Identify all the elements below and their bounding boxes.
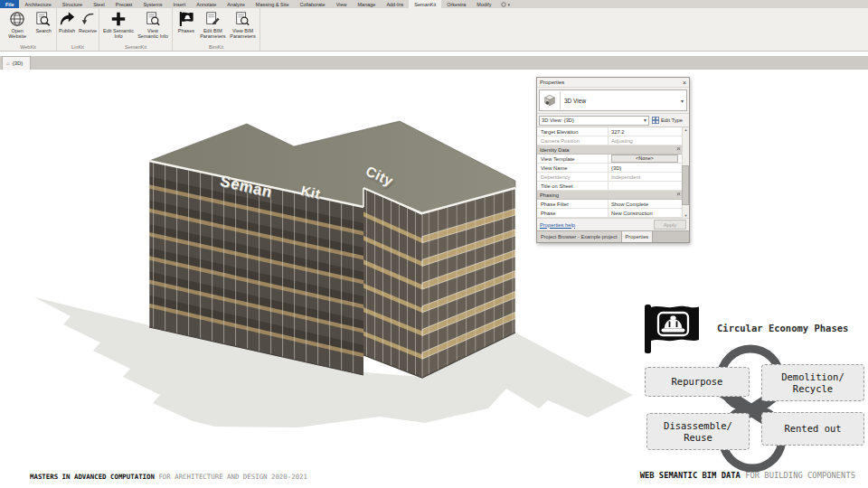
- footer-right-text: WEB SEMANTIC BIM DATA FOR BUILDING COMPO…: [640, 471, 855, 480]
- apply-button[interactable]: Apply: [654, 220, 686, 230]
- footer-right-bold: WEB SEMANTIC BIM DATA: [640, 471, 741, 480]
- view-tab-label: {3D}: [13, 61, 24, 66]
- menu-tab-precast[interactable]: Precast: [110, 0, 138, 8]
- right-sw-mullions: [363, 188, 422, 378]
- menu-tab-systems[interactable]: Systems: [137, 0, 167, 8]
- footer-left-text: MASTERS IN ADVANCED COMPUTATION FOR ARCH…: [30, 473, 307, 481]
- type-selector-box: 3D View ▾: [539, 89, 687, 111]
- flag-icon: [178, 11, 194, 27]
- phase-label: Reuse: [684, 432, 712, 443]
- scrollbar-thumb[interactable]: [682, 165, 689, 205]
- view-semantic-info-button[interactable]: View Semantic Info: [136, 10, 170, 41]
- param-name: Dependency: [537, 174, 608, 180]
- open-website-button[interactable]: Open Website: [2, 10, 33, 41]
- properties-palette: Properties × 3D View ▾ 3D View: {3D} ▾: [536, 77, 690, 243]
- param-value[interactable]: {3D}: [608, 164, 682, 172]
- menu-tab-file[interactable]: File: [0, 0, 19, 8]
- tab-properties[interactable]: Properties: [622, 231, 654, 242]
- menu-tab-semankit[interactable]: SemanKit: [409, 0, 441, 8]
- menu-tab-structure[interactable]: Structure: [57, 0, 88, 8]
- scroll-down-icon[interactable]: ▼: [684, 213, 688, 218]
- edit-type-label: Edit Type: [661, 117, 683, 123]
- button-label: Edit BIM Parameters: [200, 28, 226, 40]
- ribbon-group-semankit: Edit Semantic Info View Semantic Info Se…: [99, 8, 173, 51]
- view-bim-parameters-button[interactable]: View BIM Parameters: [228, 10, 258, 41]
- button-label: Open Website: [4, 28, 31, 40]
- menu-tab-massing-site[interactable]: Massing & Site: [250, 0, 295, 8]
- receive-button[interactable]: Receive: [77, 10, 99, 34]
- parameter-grid: Target Elevation 327.2 Camera Position A…: [537, 127, 689, 218]
- menu-tab-manage[interactable]: Manage: [353, 0, 382, 8]
- scroll-up-icon[interactable]: ▲: [684, 127, 688, 132]
- properties-footer: Properties help Apply: [537, 218, 689, 230]
- chevron-down-icon: ▾: [644, 117, 646, 123]
- phase-box-rented-out: Rented out: [761, 412, 864, 446]
- button-label: Edit Semantic Info: [103, 28, 134, 40]
- view-template-button[interactable]: <None>: [611, 155, 678, 163]
- param-name: Phase: [537, 211, 608, 216]
- menu-tab-modify[interactable]: Modify: [471, 0, 496, 8]
- menu-tab-architecture[interactable]: Architecture: [19, 0, 56, 8]
- edit-type-button[interactable]: Edit Type: [651, 117, 684, 124]
- ribbon-group-label: WebKit: [0, 44, 56, 50]
- circular-economy-diagram: Circular Economy Phases Repurpose Demoli…: [633, 298, 868, 461]
- ribbon-group-webkit: Open Website Search WebKit: [0, 8, 57, 51]
- param-value: Adjusting: [608, 136, 682, 145]
- palette-tabs: Project Browser - Example project Proper…: [537, 230, 689, 242]
- phase-label: Demolition/: [781, 371, 844, 382]
- menu-tab-addins[interactable]: Add-Ins: [381, 0, 409, 8]
- chevron-down-icon: ▾: [508, 2, 511, 7]
- phases-button[interactable]: Phases: [175, 10, 198, 34]
- instance-combo-value: 3D View: {3D}: [542, 117, 574, 123]
- button-label: Phases: [178, 28, 194, 33]
- footer-left-rest: FOR ARCHITECTURE AND DESIGN 2020-2021: [155, 473, 307, 481]
- tab-project-browser[interactable]: Project Browser - Example project: [537, 231, 622, 242]
- param-name: Phase Filter: [537, 202, 608, 207]
- phase-label: Repurpose: [672, 376, 723, 387]
- view-tab-bar: ⌂ {3D}: [0, 56, 868, 70]
- section-header-label: Identity Data: [537, 147, 570, 153]
- button-label: Search: [35, 28, 51, 33]
- button-label: Receive: [79, 28, 97, 33]
- instance-combo[interactable]: 3D View: {3D} ▾: [539, 116, 649, 126]
- menu-tab-analyze[interactable]: Analyze: [222, 0, 250, 8]
- phase-box-demolition-recycle: Demolition/ Recycle: [761, 364, 864, 401]
- menu-tab-view[interactable]: View: [331, 0, 353, 8]
- properties-help-link[interactable]: Properties help: [540, 222, 575, 228]
- edit-bim-parameters-button[interactable]: Edit BIM Parameters: [198, 10, 228, 41]
- param-value[interactable]: [608, 182, 682, 190]
- ribbon-group-linkit: Publish Receive LinKit: [57, 8, 99, 51]
- menu-bar: File Architecture Structure Steel Precas…: [0, 0, 868, 8]
- section-header-identity-data[interactable]: Identity Data: [537, 145, 689, 155]
- properties-title-bar[interactable]: Properties ×: [537, 78, 689, 88]
- view-tab-3d[interactable]: ⌂ {3D}: [2, 56, 31, 70]
- ribbon-display-toggle[interactable]: ▾: [501, 0, 511, 8]
- view-doc-icon: [234, 11, 250, 27]
- menu-tab-collaborate[interactable]: Collaborate: [295, 0, 331, 8]
- menu-tab-steel[interactable]: Steel: [88, 0, 110, 8]
- publish-button[interactable]: Publish: [57, 10, 77, 34]
- param-value[interactable]: 327.2: [608, 127, 682, 136]
- 3d-view-cube-icon: [540, 91, 561, 109]
- menu-tab-insert[interactable]: Insert: [167, 0, 191, 8]
- section-header-phasing[interactable]: Phasing: [537, 191, 689, 200]
- globe-icon: [9, 11, 25, 27]
- menu-tab-orkestra[interactable]: Orkestra: [441, 0, 471, 8]
- circle-icon: [501, 2, 506, 7]
- cycle-loop-graphic: [692, 339, 814, 476]
- param-row: Dependency Independent: [537, 173, 689, 182]
- close-icon[interactable]: ×: [683, 80, 686, 86]
- type-selector-label: 3D View: [561, 98, 678, 104]
- phase-box-disassemble-reuse: Disassemble/ Reuse: [646, 413, 750, 450]
- param-row: Phase New Construction: [537, 209, 689, 218]
- edit-semantic-info-button[interactable]: Edit Semantic Info: [101, 10, 136, 41]
- chevron-down-icon[interactable]: ▾: [678, 98, 686, 104]
- scrollbar[interactable]: ▲ ▼: [682, 127, 689, 218]
- type-selector[interactable]: 3D View ▾: [537, 88, 689, 114]
- menu-tab-annotate[interactable]: Annotate: [191, 0, 222, 8]
- param-value[interactable]: New Construction: [608, 209, 682, 217]
- param-value[interactable]: Show Complete: [608, 200, 682, 208]
- search-button[interactable]: Search: [33, 10, 54, 34]
- flag-helmet-icon: [643, 304, 701, 354]
- ribbon-group-label: BimKit: [173, 44, 259, 50]
